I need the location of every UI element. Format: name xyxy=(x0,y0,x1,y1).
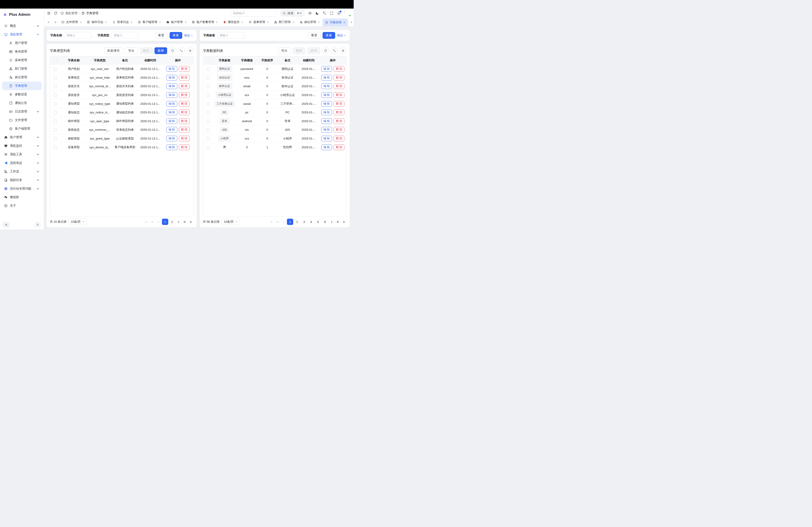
sidebar-item-tenant-management[interactable]: 租户管理 xyxy=(2,133,42,141)
page-number-button[interactable]: 2 xyxy=(294,219,300,225)
row-edit-button[interactable]: 编 辑 xyxy=(321,127,332,133)
reset-button[interactable]: 重置 xyxy=(308,32,320,39)
dict-name-input[interactable]: 请输入 xyxy=(64,32,91,39)
delete-button[interactable]: 删除 xyxy=(140,47,153,54)
row-edit-button[interactable]: 编 辑 xyxy=(166,118,177,124)
row-delete-button[interactable]: 删 除 xyxy=(179,118,190,124)
breadcrumb-item-system[interactable]: 系统管理 xyxy=(60,11,77,15)
sidebar-item-dict-management[interactable]: 字典管理 xyxy=(2,81,42,90)
prev-page-button[interactable] xyxy=(281,219,286,225)
row-edit-button[interactable]: 编 辑 xyxy=(321,101,332,107)
sidebar-item-menu-management[interactable]: 菜单管理 xyxy=(2,56,42,64)
row-delete-button[interactable]: 删 除 xyxy=(179,145,190,150)
row-delete-button[interactable]: 删 除 xyxy=(334,84,345,89)
page-number-button[interactable]: 1 xyxy=(162,219,168,225)
add-button[interactable]: 新增 xyxy=(155,47,167,54)
sidebar-toggle-button[interactable] xyxy=(47,11,51,15)
row-checkbox[interactable] xyxy=(206,120,209,123)
sidebar-collapse-button[interactable] xyxy=(3,222,10,228)
row-checkbox[interactable] xyxy=(54,111,57,114)
row-edit-button[interactable]: 编 辑 xyxy=(166,145,177,150)
row-checkbox[interactable] xyxy=(54,137,57,140)
jump-forward-button[interactable] xyxy=(182,219,187,225)
row-checkbox[interactable] xyxy=(54,146,57,149)
row-edit-button[interactable]: 编 辑 xyxy=(166,84,177,89)
row-checkbox[interactable] xyxy=(54,76,57,79)
tab-操作日志[interactable]: 操作日志 xyxy=(84,18,110,26)
refresh-cache-button[interactable]: 刷新缓存 xyxy=(104,47,123,54)
table-refresh-button[interactable] xyxy=(322,47,329,54)
row-edit-button[interactable]: 编 辑 xyxy=(321,145,332,150)
row-delete-button[interactable]: 删 除 xyxy=(334,145,345,150)
row-delete-button[interactable]: 删 除 xyxy=(179,109,190,115)
table-refresh-button[interactable] xyxy=(169,47,176,54)
last-page-button[interactable] xyxy=(341,219,346,225)
row-delete-button[interactable]: 删 除 xyxy=(179,101,190,107)
user-avatar[interactable] xyxy=(344,10,351,16)
tenant-select[interactable]: 选择租户 xyxy=(230,10,277,17)
row-checkbox[interactable] xyxy=(206,111,209,114)
dict-label-input[interactable]: 请输入 xyxy=(217,32,245,39)
row-checkbox[interactable] xyxy=(206,137,209,140)
delete-button[interactable]: 删除 xyxy=(293,47,305,54)
first-page-button[interactable] xyxy=(269,219,274,225)
breadcrumb-item-dict[interactable]: 字典管理 xyxy=(82,11,98,15)
tab-登录日志[interactable]: 登录日志 xyxy=(110,18,135,26)
row-edit-button[interactable]: 编 辑 xyxy=(166,127,177,133)
search-button[interactable]: 搜索 xyxy=(170,32,182,39)
sidebar-item-file-management[interactable]: 文件管理 xyxy=(2,116,42,124)
next-page-button[interactable] xyxy=(329,219,334,225)
page-number-button[interactable]: 2 xyxy=(169,219,175,225)
row-edit-button[interactable]: 编 辑 xyxy=(321,118,332,124)
row-edit-button[interactable]: 编 辑 xyxy=(321,84,332,89)
sidebar-item-wechat-group[interactable]: 微信群 xyxy=(2,193,42,201)
page-size-select[interactable]: 10条/页 xyxy=(69,219,87,225)
row-edit-button[interactable]: 编 辑 xyxy=(166,75,177,80)
sidebar-item-about[interactable]: 关于 xyxy=(2,201,42,210)
row-delete-button[interactable]: 删 除 xyxy=(334,127,345,133)
row-edit-button[interactable]: 编 辑 xyxy=(321,92,332,98)
row-checkbox[interactable] xyxy=(206,102,209,105)
tab-客户端管理[interactable]: 客户端管理 xyxy=(135,18,164,26)
row-edit-button[interactable]: 编 辑 xyxy=(321,136,332,141)
jump-back-button[interactable] xyxy=(150,219,155,225)
row-delete-button[interactable]: 删 除 xyxy=(334,92,345,98)
sidebar-item-log-management[interactable]: DEV日志管理 xyxy=(2,107,42,116)
tab-文件管理[interactable]: 文件管理 xyxy=(59,18,84,26)
sidebar-item-system-monitor[interactable]: 系统监控 xyxy=(2,141,42,150)
tab-overflow-close-button[interactable] xyxy=(52,18,59,26)
page-number-button[interactable]: 6 xyxy=(322,219,328,225)
row-edit-button[interactable]: 编 辑 xyxy=(166,109,177,115)
row-edit-button[interactable]: 编 辑 xyxy=(166,101,177,107)
last-page-button[interactable] xyxy=(188,219,193,225)
next-page-button[interactable] xyxy=(176,219,182,225)
select-all-checkbox[interactable] xyxy=(206,59,209,62)
row-delete-button[interactable]: 删 除 xyxy=(334,101,345,107)
row-checkbox[interactable] xyxy=(54,93,57,97)
page-number-button[interactable]: 3 xyxy=(301,219,307,225)
sidebar-item-post-management[interactable]: 岗位管理 xyxy=(2,73,42,81)
row-checkbox[interactable] xyxy=(54,67,57,71)
page-refresh-icon[interactable] xyxy=(54,11,58,15)
row-checkbox[interactable] xyxy=(54,120,57,123)
sidebar-item-system-tools[interactable]: 系统工具 xyxy=(2,150,42,159)
row-checkbox[interactable] xyxy=(206,93,209,97)
select-all-checkbox[interactable] xyxy=(54,59,57,62)
page-number-button[interactable]: 1 xyxy=(287,219,293,225)
page-number-button[interactable]: 5 xyxy=(315,219,321,225)
tab-租户套餐管理[interactable]: 租户套餐管理 xyxy=(189,18,221,26)
row-checkbox[interactable] xyxy=(206,129,209,132)
tab-岗位管理[interactable]: 岗位管理 xyxy=(297,18,322,26)
sidebar-item-role-management[interactable]: 角色管理 xyxy=(2,47,42,56)
app-logo[interactable]: Plus Admin xyxy=(0,9,44,21)
dict-type-input[interactable]: 请输入 xyxy=(111,32,139,39)
settings-gear-icon[interactable] xyxy=(308,11,312,15)
search-button[interactable]: 搜索 xyxy=(322,32,335,39)
row-edit-button[interactable]: 编 辑 xyxy=(166,136,177,141)
sidebar-item-notice[interactable]: 通知公告 xyxy=(2,99,42,107)
translate-icon[interactable]: 文A xyxy=(322,11,327,15)
row-delete-button[interactable]: 删 除 xyxy=(334,109,345,115)
tab-菜单管理[interactable]: 菜单管理 xyxy=(246,18,272,26)
sidebar-item-overview[interactable]: 概览 xyxy=(2,21,42,30)
row-checkbox[interactable] xyxy=(54,102,57,105)
